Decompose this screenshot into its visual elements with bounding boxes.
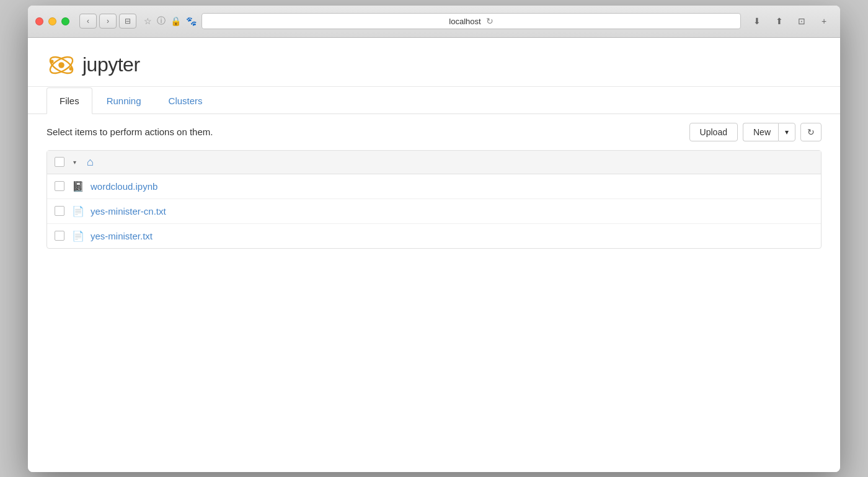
text-file-icon-2: 📄 [72, 230, 84, 242]
tab-files[interactable]: Files [46, 87, 92, 114]
file-link-wordcloud[interactable]: wordcloud.ipynb [91, 181, 157, 192]
refresh-button[interactable]: ↻ [800, 123, 822, 141]
new-button[interactable]: New [743, 123, 778, 141]
svg-point-3 [50, 60, 54, 63]
text-file-icon: 📄 [72, 205, 84, 217]
window-button[interactable]: ⊟ [119, 14, 136, 29]
forward-icon: › [107, 17, 109, 25]
action-bar: Select items to perform actions on them.… [28, 114, 840, 150]
extension-icon[interactable]: 🐾 [186, 16, 197, 26]
file-list-header: ▾ ⌂ [47, 151, 821, 174]
info-icon[interactable]: ⓘ [157, 16, 166, 27]
file-checkbox-wordcloud[interactable] [55, 181, 64, 191]
back-button[interactable]: ‹ [79, 14, 97, 29]
jupyter-header: jupyter [28, 38, 840, 87]
svg-point-2 [58, 62, 64, 68]
file-list-container: ▾ ⌂ 📓 wordcloud.ipynb 📄 yes-minister-cn.… [46, 150, 822, 249]
bookmark-icon[interactable]: ☆ [144, 16, 152, 26]
url-text: localhost [449, 17, 480, 26]
traffic-lights [35, 17, 69, 25]
browser-window: ‹ › ⊟ ☆ ⓘ 🔒 🐾 localhost ↻ ⬇ ⬆ ⊡ + [28, 6, 840, 472]
close-button[interactable] [35, 17, 43, 25]
list-item[interactable]: 📓 wordcloud.ipynb [47, 174, 821, 199]
jupyter-logo-text: jupyter [82, 53, 140, 76]
select-all-checkbox[interactable] [55, 157, 64, 167]
upload-button[interactable]: Upload [689, 123, 738, 141]
tab-clusters[interactable]: Clusters [156, 87, 216, 114]
file-checkbox-yes-minister[interactable] [55, 231, 64, 241]
select-dropdown[interactable]: ▾ [68, 156, 81, 168]
jupyter-logo-svg [46, 50, 76, 80]
page-content: jupyter Files Running Clusters Select it… [28, 38, 840, 472]
lock-icon[interactable]: 🔒 [170, 16, 181, 26]
svg-point-4 [69, 66, 73, 70]
tab-running[interactable]: Running [94, 87, 154, 114]
file-checkbox-yes-minister-cn[interactable] [55, 206, 64, 216]
tab-overview-icon[interactable]: ⊡ [793, 14, 810, 29]
nav-buttons: ‹ › ⊟ [79, 14, 136, 29]
download-icon[interactable]: ⬇ [748, 14, 766, 29]
toolbar-right: ⬇ ⬆ ⊡ + [748, 14, 833, 29]
list-item[interactable]: 📄 yes-minister-cn.txt [47, 199, 821, 224]
tabs-bar: Files Running Clusters [28, 87, 840, 114]
new-tab-icon[interactable]: + [815, 14, 833, 29]
action-instruction-text: Select items to perform actions on them. [46, 127, 213, 137]
share-icon[interactable]: ⬆ [771, 14, 788, 29]
notebook-icon: 📓 [72, 181, 84, 192]
jupyter-logo: jupyter [46, 50, 822, 80]
url-bar[interactable]: localhost ↻ [202, 13, 741, 29]
forward-button[interactable]: › [99, 14, 117, 29]
new-button-group: New ▾ [743, 123, 795, 141]
maximize-button[interactable] [61, 17, 69, 25]
back-icon: ‹ [87, 17, 89, 25]
file-link-yes-minister-cn[interactable]: yes-minister-cn.txt [91, 206, 166, 216]
reload-icon[interactable]: ↻ [486, 16, 494, 26]
window-icon: ⊟ [125, 17, 131, 25]
action-buttons: Upload New ▾ ↻ [689, 123, 822, 141]
home-icon[interactable]: ⌂ [87, 156, 94, 169]
title-bar: ‹ › ⊟ ☆ ⓘ 🔒 🐾 localhost ↻ ⬇ ⬆ ⊡ + [28, 6, 840, 38]
minimize-button[interactable] [48, 17, 56, 25]
list-item[interactable]: 📄 yes-minister.txt [47, 224, 821, 248]
url-bar-area: ☆ ⓘ 🔒 🐾 localhost ↻ [144, 13, 741, 29]
new-dropdown-button[interactable]: ▾ [778, 123, 795, 141]
file-link-yes-minister[interactable]: yes-minister.txt [91, 231, 153, 241]
